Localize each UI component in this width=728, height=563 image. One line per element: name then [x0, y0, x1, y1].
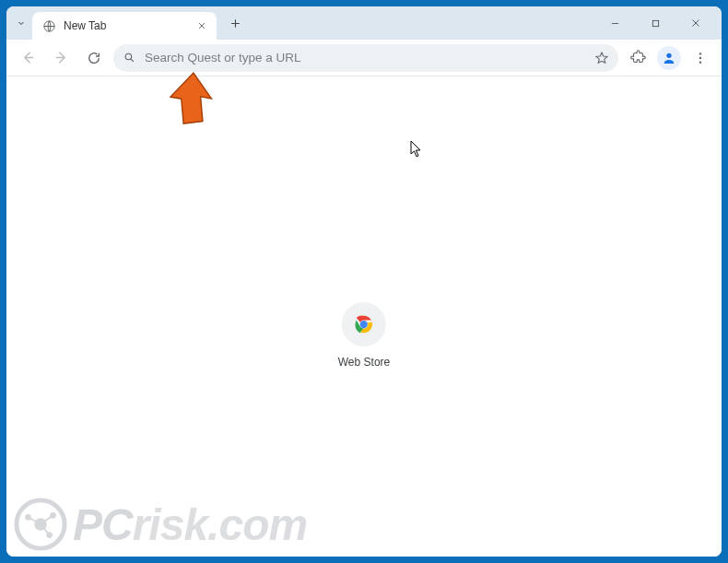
star-icon [594, 51, 609, 65]
svg-point-2 [125, 53, 132, 59]
globe-icon [41, 18, 56, 33]
plus-icon [229, 18, 241, 29]
window-controls [594, 9, 716, 37]
new-tab-content: Web Store [6, 76, 722, 557]
person-icon [662, 51, 676, 65]
browser-tab[interactable]: New Tab [32, 12, 217, 40]
close-window-button[interactable] [675, 9, 716, 37]
tab-close-button[interactable] [194, 18, 209, 33]
maximize-icon [651, 18, 661, 29]
shortcut-icon-wrap [342, 302, 386, 346]
address-input[interactable] [145, 51, 585, 65]
forward-button[interactable] [47, 44, 75, 72]
bookmark-button[interactable] [594, 51, 609, 65]
titlebar: New Tab [6, 6, 722, 40]
omnibox[interactable] [113, 44, 618, 72]
arrow-left-icon [20, 50, 36, 65]
extensions-button[interactable] [624, 44, 652, 72]
svg-point-3 [666, 53, 671, 57]
profile-button[interactable] [657, 46, 681, 70]
menu-button[interactable] [687, 44, 714, 72]
minimize-button[interactable] [594, 9, 635, 37]
arrow-right-icon [53, 50, 69, 65]
minimize-icon [610, 18, 620, 29]
tab-search-dropdown[interactable] [10, 12, 32, 34]
new-tab-button[interactable] [222, 10, 248, 36]
shortcut-tile[interactable]: Web Store [338, 302, 390, 369]
chrome-webstore-icon [354, 314, 374, 334]
shortcut-label: Web Store [338, 356, 390, 369]
puzzle-icon [630, 50, 646, 65]
close-icon [197, 21, 206, 30]
toolbar [6, 40, 722, 76]
chevron-down-icon [16, 18, 27, 29]
reload-button[interactable] [80, 44, 108, 72]
close-icon [690, 18, 701, 29]
tab-title: New Tab [64, 19, 187, 32]
search-icon [123, 52, 135, 65]
back-button[interactable] [14, 44, 41, 72]
svg-point-4 [699, 53, 701, 54]
svg-point-6 [699, 61, 701, 63]
svg-point-5 [699, 56, 701, 58]
kebab-icon [693, 51, 708, 65]
maximize-button[interactable] [635, 9, 675, 37]
svg-rect-1 [652, 20, 658, 26]
browser-window: New Tab [6, 6, 722, 557]
reload-icon [87, 51, 101, 65]
